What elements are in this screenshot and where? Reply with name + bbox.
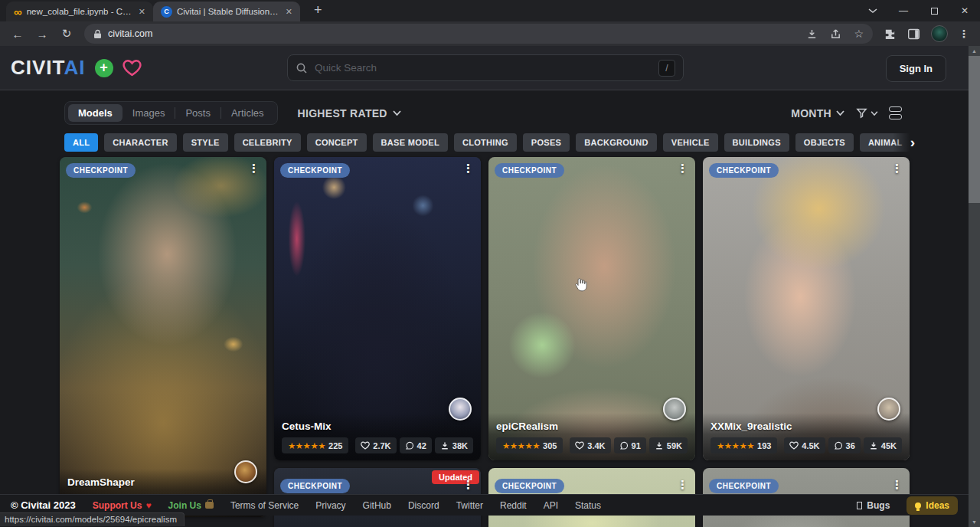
likes-pill[interactable]: 3.4K [570, 437, 610, 453]
downloads-pill[interactable]: 38K [435, 437, 473, 453]
likes-pill[interactable]: 2.7K [355, 437, 396, 453]
downloads-pill[interactable]: 59K [649, 437, 688, 453]
close-window-button[interactable]: ✕ [949, 0, 980, 21]
filter-dropdown[interactable] [855, 106, 878, 119]
category-chip-clothing[interactable]: CLOTHING [454, 133, 517, 152]
category-chip-buildings[interactable]: BUILDINGS [724, 133, 789, 152]
comments-pill[interactable]: 36 [828, 437, 861, 453]
category-chip-poses[interactable]: POSES [523, 133, 570, 152]
footer-link-status[interactable]: Status [575, 500, 601, 511]
footer-link-discord[interactable]: Discord [408, 500, 439, 511]
create-plus-button[interactable]: + [95, 59, 113, 77]
tab-images[interactable]: Images [122, 104, 175, 122]
maximize-button[interactable] [919, 0, 949, 21]
category-chip-background[interactable]: BACKGROUND [576, 133, 657, 152]
footer-link-support-us[interactable]: Support Us ♥ [93, 500, 152, 511]
scroll-up-arrow[interactable]: ▲ [969, 46, 980, 56]
extensions-icon[interactable] [884, 28, 897, 41]
footer-link-github[interactable]: GitHub [363, 500, 391, 511]
comments-pill[interactable]: 91 [614, 437, 646, 453]
card-menu-icon[interactable]: ⋮ [248, 162, 260, 175]
search-input[interactable] [315, 62, 652, 74]
model-card-cetus-mix[interactable]: CHECKPOINT ⋮ Cetus-Mix ★★★★★ 225 2.7K [274, 157, 481, 460]
footer-link-twitter[interactable]: Twitter [456, 500, 483, 511]
model-card-dreamshaper[interactable]: CHECKPOINT ⋮ DreamShaper [60, 157, 266, 517]
chips-scroll-right-icon[interactable]: › [893, 133, 916, 152]
likes-pill[interactable]: 4.5K [784, 437, 825, 453]
footer-link-join-us[interactable]: Join Us [168, 500, 214, 511]
comment-icon [405, 441, 414, 450]
card-menu-icon[interactable]: ⋮ [462, 479, 474, 491]
category-chip-base-model[interactable]: BASE MODEL [373, 133, 448, 152]
category-chip-vehicle[interactable]: VEHICLE [663, 133, 718, 152]
category-chip-character[interactable]: CHARACTER [104, 133, 176, 152]
bookmark-star-icon[interactable]: ☆ [854, 28, 864, 40]
downloads-pill[interactable]: 45K [864, 437, 902, 453]
footer-link-privacy[interactable]: Privacy [315, 500, 345, 511]
card-menu-icon[interactable]: ⋮ [677, 479, 688, 491]
copyright-text: © Civitai 2023 [11, 499, 76, 511]
chevron-down-icon [836, 110, 844, 116]
tab-posts[interactable]: Posts [175, 104, 220, 122]
tab-models[interactable]: Models [68, 104, 122, 122]
creator-avatar[interactable] [234, 460, 257, 483]
card-menu-icon[interactable]: ⋮ [891, 162, 903, 175]
category-chip-objects[interactable]: OBJECTS [795, 133, 854, 152]
rating-pill[interactable]: ★★★★★ 193 [710, 437, 777, 453]
address-bar[interactable]: civitai.com ☆ [84, 24, 873, 44]
tab-search-chevron-icon[interactable] [858, 0, 888, 21]
category-chip-all[interactable]: ALL [64, 133, 98, 152]
rating-pill[interactable]: ★★★★★ 225 [282, 437, 348, 453]
favorites-heart-icon[interactable] [122, 59, 142, 77]
scrollbar-thumb[interactable] [969, 56, 980, 203]
category-chip-style[interactable]: STYLE [183, 133, 228, 152]
close-tab-icon[interactable]: ✕ [137, 7, 147, 17]
colab-icon: ∞ [14, 6, 22, 18]
model-title: DreamShaper [67, 476, 259, 488]
side-panel-icon[interactable] [907, 28, 920, 41]
creator-avatar[interactable] [663, 398, 686, 421]
card-menu-icon[interactable]: ⋮ [891, 479, 903, 491]
sign-in-button[interactable]: Sign In [886, 55, 946, 82]
comments-pill[interactable]: 42 [400, 437, 432, 453]
checkpoint-badge: CHECKPOINT [280, 479, 350, 493]
reload-button[interactable]: ↻ [55, 27, 78, 41]
sort-dropdown[interactable]: HIGHEST RATED [298, 107, 401, 119]
rating-pill[interactable]: ★★★★★ 305 [496, 437, 563, 453]
browser-tab-civitai[interactable]: C Civitai | Stable Diffusion models, ✕ [153, 2, 300, 21]
close-tab-icon[interactable]: ✕ [284, 7, 294, 17]
card-menu-icon[interactable]: ⋮ [462, 162, 474, 175]
browser-tab-colab[interactable]: ∞ new_colab_file.ipynb - Colaborat ✕ [6, 2, 153, 21]
support-us-label: Support Us [93, 500, 142, 511]
forward-button[interactable]: → [31, 28, 54, 41]
share-icon[interactable] [830, 28, 841, 40]
ideas-button[interactable]: Ideas [906, 496, 958, 515]
grid-column: CHECKPOINT ⋮ DreamShaper [60, 157, 266, 527]
card-menu-icon[interactable]: ⋮ [677, 162, 688, 175]
browser-profile-avatar[interactable] [931, 25, 948, 42]
category-chip-concept[interactable]: CONCEPT [307, 133, 367, 152]
browser-menu-icon[interactable]: ⋮ [959, 28, 969, 40]
tab-articles[interactable]: Articles [221, 104, 274, 122]
lightbulb-icon [915, 502, 921, 509]
page-scrollbar[interactable]: ▲ ▼ [969, 46, 980, 527]
creator-avatar[interactable] [449, 398, 472, 421]
new-tab-button[interactable]: + [309, 2, 327, 21]
category-chip-celebrity[interactable]: CELEBRITY [234, 133, 301, 152]
period-dropdown[interactable]: MONTH [791, 107, 844, 119]
download-icon[interactable] [806, 28, 818, 40]
model-card-xxmix9realistic[interactable]: CHECKPOINT ⋮ XXMix_9realistic ★★★★★ 193 … [703, 157, 910, 460]
back-button[interactable]: ← [6, 28, 29, 41]
quick-search-box[interactable]: / [287, 54, 684, 81]
civitai-logo[interactable]: CIVITAI [11, 56, 86, 80]
card-layout-toggle[interactable] [889, 106, 902, 119]
scroll-down-arrow[interactable]: ▼ [969, 517, 980, 527]
card-footer: Cetus-Mix ★★★★★ 225 2.7K 42 [274, 413, 481, 460]
model-card-epicrealism[interactable]: CHECKPOINT ⋮ epiCRealism ★★★★★ 305 3.4K [488, 157, 695, 460]
footer-link-terms[interactable]: Terms of Service [230, 500, 299, 511]
footer-link-reddit[interactable]: Reddit [500, 500, 527, 511]
minimize-button[interactable]: — [888, 0, 919, 21]
creator-avatar[interactable] [877, 398, 900, 421]
bugs-button[interactable]: Bugs [857, 500, 890, 511]
footer-link-api[interactable]: API [544, 500, 558, 511]
